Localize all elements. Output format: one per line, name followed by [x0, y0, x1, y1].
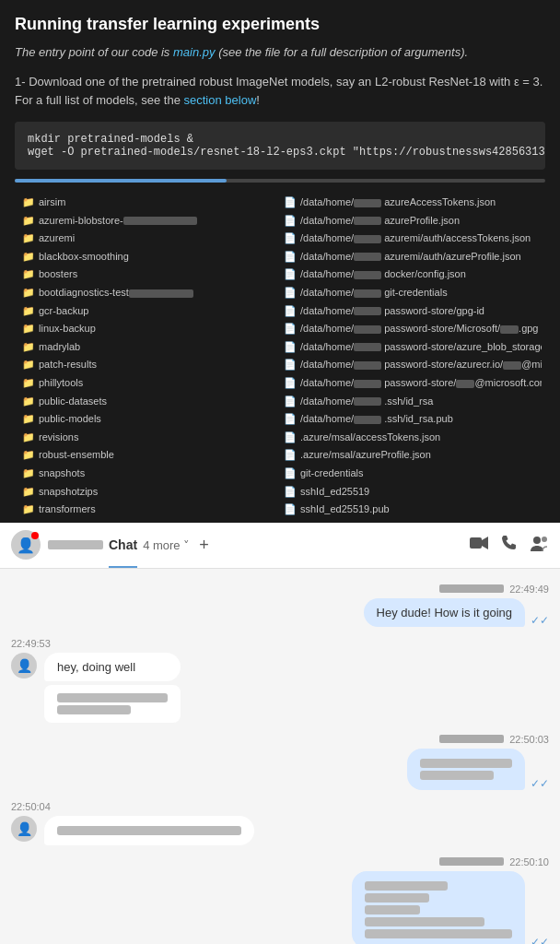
sender-name-redacted: [439, 857, 504, 866]
list-item[interactable]: 📄 /data/home/ azuremi/auth/azureProfile.…: [280, 248, 542, 266]
add-tab-button[interactable]: +: [195, 536, 213, 555]
list-item[interactable]: 📄 .azure/msal/accessTokens.json: [280, 429, 542, 447]
file-icon: 📄: [284, 213, 297, 230]
header-info: Chat 4 more ˅ +: [48, 522, 213, 568]
file-icon: 📄: [284, 266, 297, 283]
list-item[interactable]: 📁 patch-results: [18, 356, 280, 374]
list-item[interactable]: 📁 azuremi: [18, 230, 280, 248]
more-tabs-button[interactable]: 4 more ˅: [143, 538, 190, 552]
user-icon: 👤: [17, 821, 32, 836]
section-link[interactable]: section below: [184, 93, 257, 107]
chat-messages: 22:49:49 Hey dude! How is it going ✓✓ 22…: [0, 569, 560, 944]
chat-tab-label[interactable]: Chat: [109, 537, 137, 552]
list-item[interactable]: 📁 madrylab: [18, 338, 280, 357]
intro-paragraph: The entry point of our code is main.py (…: [15, 43, 545, 62]
message-timestamp: 22:49:49: [509, 584, 549, 595]
message-text: hey, doing well: [57, 660, 135, 674]
video-call-icon[interactable]: [470, 536, 488, 554]
file-col-right: 📄 /data/home/ azureAccessTokens.json 📄 /…: [280, 194, 542, 519]
svg-marker-1: [482, 537, 488, 549]
message-row: 22:50:03 ✓✓: [11, 734, 549, 790]
redacted-text: [420, 771, 494, 780]
list-item[interactable]: 📄 /data/home/ password-store/azurecr.io/…: [280, 356, 542, 374]
redacted-text: [57, 705, 131, 714]
chat-header-right: [470, 535, 549, 555]
main-py-link[interactable]: main.py: [173, 45, 216, 59]
message-time-row: 22:49:49: [439, 584, 549, 595]
list-item[interactable]: 📁 snapshots: [18, 465, 280, 483]
file-icon: 📄: [284, 430, 297, 446]
file-icon: 📄: [284, 394, 297, 410]
redacted-text: [420, 759, 512, 768]
message-bubble-row: Hey dude! How is it going ✓✓: [364, 598, 549, 627]
list-item[interactable]: 📁 boosters: [18, 266, 280, 284]
list-item[interactable]: 📁 phillytools: [18, 374, 280, 393]
file-icon: 📄: [284, 502, 297, 518]
list-item[interactable]: 📁 gcr-backup: [18, 302, 280, 321]
message-bubble: [407, 749, 525, 790]
list-item[interactable]: 📁 snapshotzips: [18, 483, 280, 502]
message-bubble-row: ✓✓: [352, 871, 549, 944]
redacted-text: [365, 893, 429, 903]
file-icon: 📄: [284, 447, 297, 464]
message-row: 22:49:53 👤 hey, doing well: [11, 638, 549, 723]
list-item[interactable]: 📁 blackbox-smoothing: [18, 248, 280, 266]
avatar: 👤: [11, 816, 37, 842]
list-item[interactable]: 📄 /data/home/ password-store/gpg-id: [280, 302, 542, 321]
step1-text-before: 1- Download one of the pretrained robust…: [15, 75, 542, 108]
folder-icon: 📁: [22, 484, 35, 501]
step1-paragraph: 1- Download one of the pretrained robust…: [15, 73, 545, 112]
redacted-text: [365, 881, 448, 891]
file-icon: 📄: [284, 339, 297, 356]
folder-icon: 📁: [22, 285, 35, 301]
list-item[interactable]: 📄 /data/home/ password-store/@microsoft.…: [280, 374, 542, 393]
list-item[interactable]: 📄 git-credentials: [280, 465, 542, 483]
list-item[interactable]: 📁 public-datasets: [18, 393, 280, 411]
code-line1: mkdir pretrained-models &: [28, 133, 193, 146]
list-item[interactable]: 📁 linux-backup: [18, 320, 280, 338]
top-section: Running transfer learning experiments Th…: [0, 0, 560, 519]
list-item[interactable]: 📁 robust-ensemble: [18, 446, 280, 465]
list-item[interactable]: 📁 azuremi-blobstore-: [18, 212, 280, 230]
read-check-icon: ✓✓: [531, 936, 549, 944]
list-item[interactable]: 📁 bootdiagnostics-test: [18, 284, 280, 302]
list-item[interactable]: 📄 sshId_ed25519.pub: [280, 501, 542, 519]
list-item[interactable]: 📄 /data/home/ password-store/azure_blob_…: [280, 338, 542, 357]
svg-rect-0: [470, 537, 482, 549]
list-item[interactable]: 📁 transformers: [18, 501, 280, 519]
folder-icon: 📁: [22, 249, 35, 266]
file-icon: 📄: [284, 411, 297, 428]
list-item[interactable]: 📄 sshId_ed25519: [280, 483, 542, 502]
file-icon: 📄: [284, 230, 297, 247]
avatar-container: 👤: [11, 530, 41, 560]
folder-icon: 📁: [22, 321, 35, 337]
message-bubble: Hey dude! How is it going: [364, 598, 525, 627]
list-item[interactable]: 📁 revisions: [18, 429, 280, 447]
message-content: hey, doing well: [44, 653, 181, 723]
intro-text-before: The entry point of our code is: [15, 45, 173, 59]
svg-point-2: [533, 537, 541, 544]
list-item[interactable]: 📄 /data/home/ password-store/Microsoft/.…: [280, 320, 542, 338]
avatar: 👤: [11, 653, 37, 678]
folder-icon: 📁: [22, 339, 35, 356]
list-item[interactable]: 📄 /data/home/ .ssh/id_rsa.pub: [280, 410, 542, 429]
chat-header: 👤 Chat 4 more ˅ +: [0, 523, 560, 569]
sender-name-redacted: [439, 584, 504, 593]
phone-icon[interactable]: [501, 535, 518, 555]
list-item[interactable]: 📄 /data/home/ azureProfile.json: [280, 212, 542, 230]
list-item[interactable]: 📄 .azure/msal/azureProfile.json: [280, 446, 542, 465]
list-item[interactable]: 📁 public-models: [18, 410, 280, 429]
folder-icon: 📁: [22, 411, 35, 428]
file-icon: 📄: [284, 285, 297, 301]
message-row: 22:49:49 Hey dude! How is it going ✓✓: [11, 584, 549, 627]
list-item[interactable]: 📄 /data/home/ .ssh/id_rsa: [280, 393, 542, 411]
list-item[interactable]: 📄 /data/home/ azureAccessTokens.json: [280, 194, 542, 212]
contacts-icon[interactable]: [531, 535, 549, 555]
list-item[interactable]: 📄 /data/home/ docker/config.json: [280, 266, 542, 284]
list-item[interactable]: 📄 /data/home/ git-credentials: [280, 284, 542, 302]
folder-icon: 📁: [22, 266, 35, 283]
file-icon: 📄: [284, 321, 297, 337]
list-item[interactable]: 📄 /data/home/ azuremi/auth/accessTokens.…: [280, 230, 542, 248]
file-icon: 📄: [284, 357, 297, 373]
list-item[interactable]: 📁 airsim: [18, 194, 280, 212]
